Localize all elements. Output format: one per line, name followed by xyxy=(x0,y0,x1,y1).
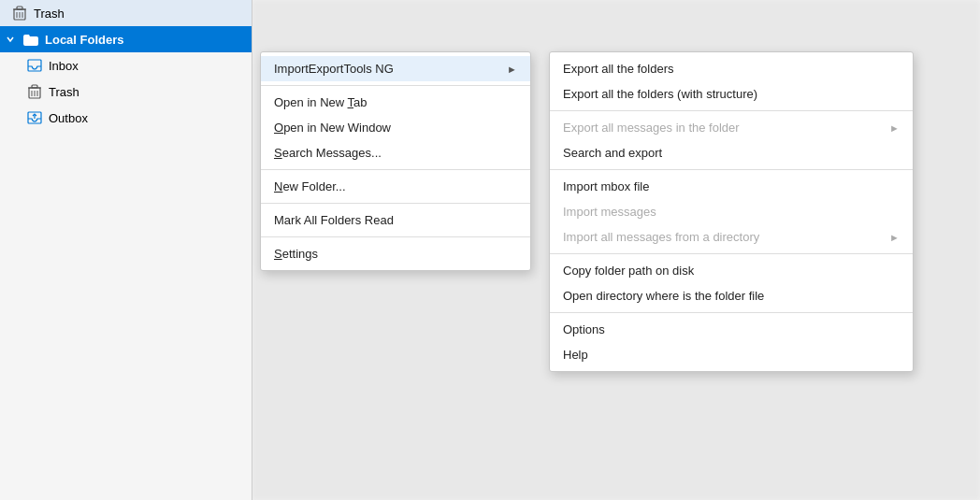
menu-item-open-new-tab[interactable]: Open in New Tab xyxy=(261,90,530,115)
menu-item-options[interactable]: Options xyxy=(550,317,913,342)
sidebar-item-outbox-label: Outbox xyxy=(49,111,88,125)
sidebar-item-outbox[interactable]: Outbox xyxy=(0,105,252,131)
trash-icon xyxy=(11,5,28,21)
inbox-icon xyxy=(26,57,43,74)
menu-item-search-messages[interactable]: Search Messages... xyxy=(261,140,530,165)
sidebar-item-inbox[interactable]: Inbox xyxy=(0,52,252,79)
menu-item-import-mbox[interactable]: Import mbox file xyxy=(550,174,913,199)
submenu-separator-1 xyxy=(550,110,913,111)
context-menu-2: Export all the folders Export all the fo… xyxy=(549,51,914,372)
submenu-separator-3 xyxy=(550,253,913,254)
menu-item-import-messages-label: Import messages xyxy=(563,205,656,219)
menu-item-importexport-label: ImportExportTools NG xyxy=(274,62,394,76)
sidebar-item-trash[interactable]: Trash xyxy=(0,79,252,105)
menu-item-settings-label: Settings xyxy=(274,247,318,261)
menu-item-open-directory-label: Open directory where is the folder file xyxy=(563,289,764,303)
menu-item-help-label: Help xyxy=(563,348,588,362)
folder-icon xyxy=(22,31,39,48)
chevron-down-icon xyxy=(4,33,17,46)
submenu-separator-4 xyxy=(550,312,913,313)
menu-item-new-folder-label: New Folder... xyxy=(274,179,346,193)
menu-item-settings[interactable]: Settings xyxy=(261,241,530,266)
menu-item-mark-all-read[interactable]: Mark All Folders Read xyxy=(261,207,530,233)
menu-item-export-all-folders-structure[interactable]: Export all the folders (with structure) xyxy=(550,81,913,107)
menu-item-import-messages: Import messages xyxy=(550,199,913,224)
trash-child-icon xyxy=(26,83,43,100)
menu-item-new-folder[interactable]: New Folder... xyxy=(261,174,530,199)
submenu-export-messages-arrow: ► xyxy=(889,122,900,134)
menu-item-open-new-tab-label: Open in New Tab xyxy=(274,95,368,109)
menu-separator-2 xyxy=(261,169,530,170)
menu-separator-1 xyxy=(261,85,530,86)
menu-item-search-export[interactable]: Search and export xyxy=(550,140,913,165)
submenu-arrow-icon: ► xyxy=(507,64,517,75)
menu-separator-3 xyxy=(261,203,530,204)
menu-item-export-all-messages: Export all messages in the folder ► xyxy=(550,115,913,140)
sidebar: Trash Local Folders Inbox xyxy=(0,0,252,500)
menu-item-open-directory[interactable]: Open directory where is the folder file xyxy=(550,283,913,308)
sidebar-item-trash-label: Trash xyxy=(49,85,79,99)
menu-item-import-all-directory: Import all messages from a directory ► xyxy=(550,224,913,250)
menu-item-import-mbox-label: Import mbox file xyxy=(563,179,649,193)
menu-item-importexport[interactable]: ImportExportTools NG ► xyxy=(261,56,530,81)
menu-item-export-all-folders-structure-label: Export all the folders (with structure) xyxy=(563,87,757,101)
sidebar-item-local-folders-label: Local Folders xyxy=(45,33,124,47)
menu-item-options-label: Options xyxy=(563,322,605,336)
menu-item-export-all-folders[interactable]: Export all the folders xyxy=(550,56,913,81)
menu-item-search-export-label: Search and export xyxy=(563,146,662,160)
menu-item-help[interactable]: Help xyxy=(550,342,913,367)
menu-item-copy-folder-path[interactable]: Copy folder path on disk xyxy=(550,258,913,283)
menu-item-mark-all-read-label: Mark All Folders Read xyxy=(274,213,394,227)
menu-item-copy-folder-path-label: Copy folder path on disk xyxy=(563,264,694,278)
sidebar-item-trash-top-label: Trash xyxy=(34,7,65,21)
menu-item-export-all-messages-label: Export all messages in the folder xyxy=(563,121,740,135)
menu-item-export-all-folders-label: Export all the folders xyxy=(563,62,674,76)
sidebar-item-trash-top[interactable]: Trash xyxy=(0,0,252,26)
menu-item-import-all-directory-label: Import all messages from a directory xyxy=(563,230,759,244)
menu-item-search-messages-label: Search Messages... xyxy=(274,146,382,160)
menu-item-open-new-window-label: Open in New Window xyxy=(274,121,391,135)
sidebar-item-local-folders[interactable]: Local Folders xyxy=(0,26,252,52)
menu-item-open-new-window[interactable]: Open in New Window xyxy=(261,115,530,140)
submenu-import-dir-arrow: ► xyxy=(889,232,900,243)
sidebar-item-inbox-label: Inbox xyxy=(49,59,79,73)
context-menu-1: ImportExportTools NG ► Open in New Tab O… xyxy=(260,51,531,271)
menu-separator-4 xyxy=(261,236,530,237)
submenu-separator-2 xyxy=(550,169,913,170)
outbox-icon xyxy=(26,109,43,126)
